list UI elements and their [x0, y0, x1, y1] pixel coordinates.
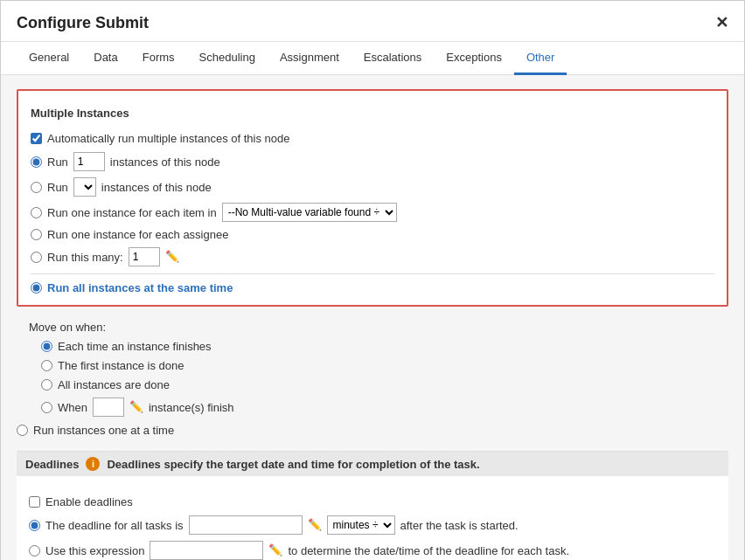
run-this-many-label: Run this many:: [47, 251, 123, 264]
run-n-radio[interactable]: [31, 156, 42, 168]
all-instances-label: All instances are done: [58, 378, 170, 391]
deadlines-section: Deadlines i Deadlines specify the target…: [17, 451, 728, 560]
dialog-body: Multiple Instances Automatically run mul…: [1, 75, 744, 560]
run-each-assignee-radio[interactable]: [31, 229, 42, 240]
close-button[interactable]: ✕: [715, 13, 728, 32]
run-n-prefix: Run: [47, 156, 68, 169]
tab-escalations[interactable]: Escalations: [352, 42, 434, 75]
run-dropdown-suffix: instances of this node: [101, 181, 212, 194]
run-each-item-row: Run one instance for each item in --No M…: [31, 203, 714, 222]
multiple-instances-title: Multiple Instances: [31, 101, 714, 123]
run-this-many-edit-icon[interactable]: ✏️: [165, 250, 179, 264]
each-time-label: Each time an instance finishes: [58, 340, 212, 353]
dialog-title: Configure Submit: [17, 14, 149, 32]
tab-general[interactable]: General: [17, 42, 81, 75]
determine-label: to determine the date/time of the deadli…: [288, 544, 569, 557]
run-all-row: Run all instances at the same time: [31, 281, 714, 294]
run-n-input[interactable]: [73, 152, 105, 171]
dialog-header: Configure Submit ✕: [1, 1, 744, 42]
enable-deadlines-checkbox[interactable]: [29, 496, 40, 508]
run-one-at-time-label: Run instances one at a time: [33, 424, 174, 437]
deadlines-header: Deadlines i Deadlines specify the target…: [17, 452, 728, 476]
run-this-many-row: Run this many: ✏️: [31, 247, 714, 266]
move-on-section: Move on when: Each time an instance fini…: [17, 321, 728, 437]
move-on-when-label: Move on when:: [29, 321, 106, 334]
all-tasks-label: The deadline for all tasks is: [45, 519, 184, 532]
when-n-radio[interactable]: [41, 402, 52, 413]
run-n-row: Run instances of this node: [31, 152, 714, 171]
all-tasks-radio[interactable]: [29, 520, 40, 531]
all-instances-row: All instances are done: [41, 378, 728, 391]
tab-assignment[interactable]: Assignment: [268, 42, 352, 75]
first-instance-label: The first instance is done: [58, 359, 185, 372]
all-tasks-edit-icon[interactable]: ✏️: [308, 518, 322, 532]
when-n-input[interactable]: [93, 398, 124, 417]
run-n-suffix: instances of this node: [110, 156, 220, 169]
tab-exceptions[interactable]: Exceptions: [434, 42, 514, 75]
first-instance-row: The first instance is done: [41, 359, 728, 372]
when-label: When: [58, 401, 87, 414]
info-icon: i: [86, 457, 100, 471]
run-all-label: Run all instances at the same time: [47, 281, 233, 294]
each-time-radio[interactable]: [41, 341, 52, 352]
auto-run-label: Automatically run multiple instances of …: [47, 132, 289, 145]
multi-value-select[interactable]: --No Multi-value variable found ÷: [222, 203, 397, 222]
tab-forms[interactable]: Forms: [130, 42, 187, 75]
run-all-radio[interactable]: [31, 282, 42, 294]
auto-run-checkbox[interactable]: [31, 133, 42, 144]
tab-scheduling[interactable]: Scheduling: [187, 42, 268, 75]
move-on-when-label-row: Move on when:: [29, 321, 728, 334]
run-each-assignee-label: Run one instance for each assignee: [47, 228, 228, 241]
use-expression-radio[interactable]: [29, 545, 40, 557]
enable-deadlines-label: Enable deadlines: [45, 495, 133, 508]
first-instance-radio[interactable]: [41, 360, 52, 371]
when-n-row: When ✏️ instance(s) finish: [41, 398, 728, 417]
instances-finish-label: instance(s) finish: [149, 401, 234, 414]
all-tasks-row: The deadline for all tasks is ✏️ minutes…: [29, 515, 716, 535]
enable-deadlines-row: Enable deadlines: [29, 495, 716, 508]
run-each-assignee-row: Run one instance for each assignee: [31, 228, 714, 241]
all-tasks-input[interactable]: [189, 515, 303, 535]
minutes-select[interactable]: minutes ÷: [327, 515, 395, 535]
run-dropdown-radio[interactable]: [31, 182, 42, 193]
use-expression-edit-icon[interactable]: ✏️: [268, 543, 282, 557]
auto-run-row: Automatically run multiple instances of …: [31, 132, 714, 145]
when-n-edit-icon[interactable]: ✏️: [129, 400, 143, 414]
deadlines-content: Enable deadlines The deadline for all ta…: [17, 485, 728, 560]
use-expression-label: Use this expression: [45, 544, 144, 557]
use-expression-input[interactable]: [150, 541, 263, 560]
each-time-row: Each time an instance finishes: [41, 340, 728, 353]
deadlines-info-text: Deadlines specify the target date and ti…: [107, 458, 479, 471]
tab-data[interactable]: Data: [81, 42, 129, 75]
use-expression-row: Use this expression ✏️ to determine the …: [29, 541, 716, 560]
run-each-item-label: Run one instance for each item in: [47, 206, 217, 219]
move-on-options: Each time an instance finishes The first…: [41, 340, 728, 417]
run-dropdown-prefix: Run: [47, 181, 68, 194]
tab-bar: General Data Forms Scheduling Assignment…: [1, 42, 744, 75]
run-each-item-radio[interactable]: [31, 207, 42, 218]
tab-other[interactable]: Other: [514, 42, 567, 75]
configure-submit-dialog: Configure Submit ✕ General Data Forms Sc…: [0, 0, 745, 560]
deadlines-title: Deadlines: [25, 458, 79, 471]
run-this-many-input[interactable]: [129, 247, 160, 266]
move-on-container: Move on when: Each time an instance fini…: [29, 321, 728, 417]
all-instances-radio[interactable]: [41, 379, 52, 391]
run-one-at-time-row: Run instances one at a time: [17, 424, 728, 437]
run-this-many-radio[interactable]: [31, 252, 42, 263]
run-dropdown-select[interactable]: [73, 177, 96, 197]
run-one-at-time-radio[interactable]: [17, 425, 28, 436]
run-dropdown-row: Run instances of this node: [31, 177, 714, 197]
after-started-label: after the task is started.: [400, 519, 519, 532]
multiple-instances-section: Multiple Instances Automatically run mul…: [17, 89, 728, 307]
